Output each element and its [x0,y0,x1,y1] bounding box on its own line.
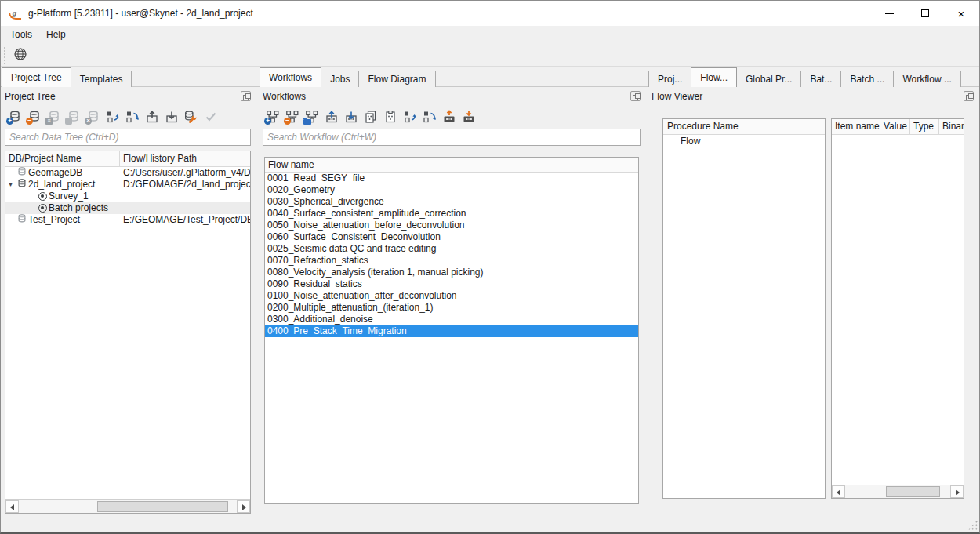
remove-database-button[interactable]: − [26,108,43,125]
column-procedure-name[interactable]: Procedure Name [663,119,825,135]
import-workflow-button[interactable] [343,108,360,125]
workflow-row[interactable]: 0020_Geometry [265,184,638,196]
tab-batch[interactable]: Batch ... [840,71,894,87]
workflow-row[interactable]: 0300_Additional_denoise [265,314,638,325]
float-panel-icon[interactable] [964,91,974,101]
resize-grip[interactable] [967,520,978,530]
tab-proj[interactable]: Proj... [648,71,691,87]
maximize-icon [921,9,929,17]
workflow-row[interactable]: 0070_Refraction_statics [265,255,638,267]
procedure-table: Procedure Name Flow [662,118,826,499]
download-workflow-button[interactable] [460,108,477,125]
add-database-button[interactable]: + [6,108,24,125]
column-value[interactable]: Value [880,119,910,134]
tab-flow[interactable]: Flow... [691,67,737,87]
column-flow-history-path[interactable]: Flow/History Path [120,151,250,166]
scroll-right-button[interactable] [237,500,250,513]
tree-row[interactable]: Test_ProjectE:/GEOMAGE/Test_Project/DB/s [5,214,250,226]
workflow-row[interactable]: 0200_Multiple_attenuation_(iteration_1) [265,302,638,314]
scroll-track[interactable] [19,500,237,513]
menu-tools[interactable]: Tools [3,26,39,44]
remove-workflow-button[interactable]: − [284,108,301,125]
workflow-row[interactable]: 0001_Read_SEGY_file [265,173,638,184]
tree-row[interactable]: Survey_1 [5,191,250,202]
project-tree-panel: Project Tree Templates Project Tree +−≡×… [2,67,256,515]
item-table-horizontal-scrollbar[interactable] [832,485,964,498]
copy-workflow-button[interactable] [362,108,379,125]
workflow-row[interactable]: 0090_Residual_statics [265,278,638,290]
radio-icon [38,192,47,201]
database-tools-button[interactable] [183,108,200,125]
toolbar-drag-handle[interactable] [3,46,7,64]
minimize-button[interactable] [871,1,907,26]
tab-templates[interactable]: Templates [71,71,132,87]
column-db-project-name[interactable]: DB/Project Name [5,151,120,166]
float-panel-icon[interactable] [630,91,641,101]
workflow-rows: 0001_Read_SEGY_file0020_Geometry0030_Sph… [265,173,638,337]
add-workflow-button[interactable]: + [264,108,281,125]
float-panel-icon[interactable] [241,91,251,101]
scroll-track[interactable] [845,485,950,498]
tree-cell-path: C:/Users/user/.gPlatform_v4/DB [120,167,250,179]
paste-workflow-button[interactable] [382,108,399,125]
import-project-button[interactable] [163,108,180,125]
search-workflow-input[interactable] [263,129,641,146]
tab-jobs[interactable]: Jobs [321,71,359,87]
procedure-row[interactable]: Flow [663,135,825,147]
tree-row[interactable]: Batch projects [5,202,250,214]
app-logo-icon: g [8,7,21,20]
reload-tree-button[interactable] [124,108,141,125]
item-table: Item name Value Type Binary [831,118,964,499]
export-project-button[interactable] [143,108,161,125]
tab-project-tree[interactable]: Project Tree [2,67,71,87]
workflow-row[interactable]: 0025_Seismic data QC and trace editing [265,243,638,255]
reload-workflows-button[interactable] [421,108,438,125]
workflows-toolbar: +− [264,107,477,127]
maximize-button[interactable] [907,1,943,26]
center-tab-bar: Workflows Jobs Flow Diagram [260,67,645,87]
scroll-left-button[interactable] [832,485,845,498]
tree-body: GeomageDBC:/Users/user/.gPlatform_v4/DB▾… [5,167,250,226]
tab-bat[interactable]: Bat... [800,71,841,87]
tree-cell-path: D:/GEOMAGE/2d_land_project/DB [120,179,250,191]
tab-global-pr[interactable]: Global Pr... [736,71,801,87]
column-item-name[interactable]: Item name [832,119,880,134]
workflow-row[interactable]: 0400_Pre_Stack_Time_Migration [265,325,638,337]
workflow-row[interactable]: 0030_Spherical_divergence [265,196,638,208]
tree-row[interactable]: ▾2d_land_projectD:/GEOMAGE/2d_land_proje… [5,179,250,191]
scroll-left-button[interactable] [5,500,19,513]
search-data-tree-input[interactable] [5,129,251,146]
menu-help[interactable]: Help [39,26,73,44]
column-flow-name[interactable]: Flow name [265,158,638,173]
workflow-row[interactable]: 0040_Surface_consistent_amplitude_correc… [265,208,638,220]
scroll-thumb[interactable] [886,486,939,497]
refresh-workflows-button[interactable] [401,108,419,125]
globe-icon [13,47,27,64]
refresh-tree-button[interactable] [104,108,122,125]
workflow-row[interactable]: 0060_Surface_Consistent_Deconvolution [265,231,638,243]
tab-workflows[interactable]: Workflows [260,67,321,87]
globe-button[interactable] [10,45,31,65]
column-binary[interactable]: Binary [939,119,964,134]
scroll-thumb[interactable] [97,501,228,512]
dock-area: Project Tree Templates Project Tree +−≡×… [1,67,979,515]
tree-item-label: 2d_land_project [28,179,95,191]
tab-workflow[interactable]: Workflow ... [893,71,960,87]
tree-row[interactable]: GeomageDBC:/Users/user/.gPlatform_v4/DB [5,167,250,179]
export-workflow-button[interactable] [323,108,340,125]
flow-viewer-header: Flow Viewer [652,88,975,105]
workflow-row[interactable]: 0080_Velocity_analysis (iteration 1, man… [265,267,638,278]
tree-cell-name: Survey_1 [5,191,120,202]
open-workflow-button[interactable] [303,108,321,125]
tree-horizontal-scrollbar[interactable] [5,499,250,513]
window-title: g-Platform [5.23811] - user@Skynet - 2d_… [28,8,253,19]
column-type[interactable]: Type [910,119,939,134]
expander-icon[interactable]: ▾ [5,179,16,191]
upload-workflow-button[interactable] [441,108,458,125]
file-badge-icon: ≡ [45,118,53,125]
workflow-row[interactable]: 0100_Noise_attenuation_after_deconvoluti… [265,290,638,302]
workflow-row[interactable]: 0050_Noise_attenuation_before_deconvolut… [265,220,638,231]
scroll-right-button[interactable] [950,485,964,498]
close-button[interactable]: × [943,1,979,26]
tab-flow-diagram[interactable]: Flow Diagram [358,71,435,87]
